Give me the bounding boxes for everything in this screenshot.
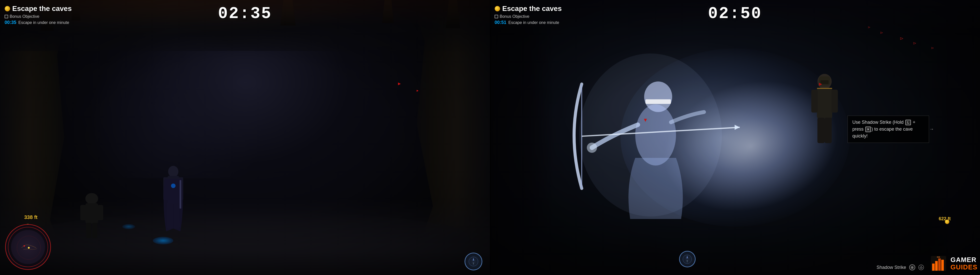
bonus-objective-row-right: Bonus Objective [495, 14, 562, 19]
svg-point-6 [171, 184, 175, 188]
svg-marker-24 [735, 125, 740, 130]
ability-name-label: Shadow Strike [877, 265, 906, 270]
svg-rect-27 [817, 88, 832, 118]
timer-right: 02:50 [708, 5, 762, 23]
svg-rect-7 [180, 180, 181, 208]
quest-title-right: Escape the caves [502, 5, 562, 13]
gg-text-group: GAMER GUIDES [950, 256, 977, 271]
key-x-icon: ✕ [865, 127, 871, 132]
bat-right-1: ⊳ [900, 36, 904, 41]
quest-gold-icon [5, 6, 10, 11]
quest-title-row: Escape the caves [5, 5, 72, 13]
svg-point-16 [24, 245, 25, 247]
spirit-character [562, 46, 740, 224]
bat-marker-1: ▶ [398, 81, 401, 86]
minimap-circle [5, 224, 51, 270]
bonus-time-right: 00:51 [495, 20, 506, 25]
svg-point-21 [635, 104, 676, 165]
minimap-inner [11, 230, 45, 264]
svg-rect-13 [92, 223, 97, 238]
blue-rune-2 [122, 224, 135, 229]
left-game-panel: ▶ ▶ Escape the caves Bonus Objective 00:… [0, 0, 490, 275]
svg-rect-30 [818, 118, 824, 143]
bonus-timer-row-right: 00:51 Escape in under one minute [495, 20, 562, 25]
bat-right-2: ⊳ [880, 30, 883, 35]
bonus-objective-row: Bonus Objective [5, 14, 72, 19]
tooltip-shadow-strike: Use Shadow Strike (Hold L + press ✕) to … [848, 116, 929, 143]
svg-text:GG: GG [937, 256, 940, 258]
quest-title-row-right: Escape the caves [495, 5, 562, 13]
main-character [158, 163, 189, 234]
bonus-label-left: Bonus Objective [10, 14, 40, 19]
tooltip-arrow: → [929, 127, 934, 132]
ps-x-button: ⊗ [909, 264, 915, 270]
svg-rect-10 [80, 205, 86, 220]
svg-point-8 [85, 193, 98, 204]
red-marker-right-2: ▶ [819, 81, 822, 86]
svg-point-25 [587, 143, 597, 153]
bonus-checkbox-right [495, 15, 498, 18]
guides-text: GUIDES [950, 264, 977, 271]
quest-title-left: Escape the caves [12, 5, 72, 13]
gg-icon-graphic: GG [929, 254, 947, 272]
svg-point-0 [168, 166, 178, 177]
quest-gold-icon-right [495, 6, 500, 11]
blue-rune [153, 237, 173, 245]
minimap-left [5, 224, 51, 270]
svg-rect-40 [941, 260, 944, 271]
svg-rect-12 [86, 223, 91, 238]
bonus-label-right: Bonus Objective [500, 14, 530, 19]
panel-divider [490, 0, 491, 275]
svg-rect-11 [98, 205, 103, 220]
gamer-guides-logo: GG GAMER GUIDES [929, 254, 977, 272]
bat-right-3: ⊳ [913, 41, 916, 46]
bonus-timer-row: 00:35 Escape in under one minute [5, 20, 72, 25]
right-game-panel: ⊳ ⊳ ⊳ ⊳ ⊳ ▼ ▶ Escape the caves Bonus Obj… [490, 0, 980, 275]
red-marker-right-1: ▼ [643, 117, 648, 123]
gamer-text: GAMER [950, 256, 977, 264]
compass-icon [465, 253, 482, 270]
bonus-time-left: 00:35 [5, 20, 16, 25]
bottom-ability-bar: Shadow Strike ⊗ 🕹 [877, 264, 924, 270]
bat-right-5: ⊳ [931, 46, 934, 50]
svg-rect-38 [935, 261, 938, 271]
distance-left: 338 ft [24, 215, 37, 220]
key-l-icon: L [905, 120, 911, 125]
svg-rect-34 [817, 88, 832, 89]
cave-passage [89, 25, 267, 178]
svg-rect-20 [646, 99, 671, 104]
compass-icon-right [679, 251, 696, 267]
talion-character [802, 71, 848, 148]
bat-right-4: ⊳ [868, 25, 870, 29]
svg-rect-29 [832, 90, 838, 113]
distance-right: 622 ft [939, 216, 951, 221]
compass-button-left[interactable] [465, 253, 482, 270]
hud-top-right: Escape the caves Bonus Objective 00:51 E… [495, 5, 562, 25]
bonus-desc-right: Escape in under one minute [508, 21, 559, 25]
enemy-creature [79, 188, 105, 239]
compass-button-right[interactable] [679, 251, 696, 267]
svg-rect-37 [932, 264, 935, 271]
svg-rect-28 [811, 90, 818, 113]
right-cave-right [929, 0, 980, 275]
svg-point-15 [28, 247, 30, 248]
svg-rect-31 [824, 118, 832, 143]
svg-rect-39 [938, 258, 941, 271]
bonus-checkbox [5, 15, 8, 18]
svg-rect-9 [85, 203, 98, 224]
timer-left: 02:35 [218, 5, 272, 23]
tooltip-content: Use Shadow Strike (Hold L + press ✕) to … [852, 119, 924, 140]
ability-extra-icon: 🕹 [918, 265, 924, 270]
cave-floor [0, 199, 490, 275]
right-cave-left [490, 0, 554, 275]
bonus-desc-left: Escape in under one minute [18, 21, 69, 25]
bat-marker-2: ▶ [417, 89, 418, 92]
hud-top-left: Escape the caves Bonus Objective 00:35 E… [5, 5, 72, 25]
